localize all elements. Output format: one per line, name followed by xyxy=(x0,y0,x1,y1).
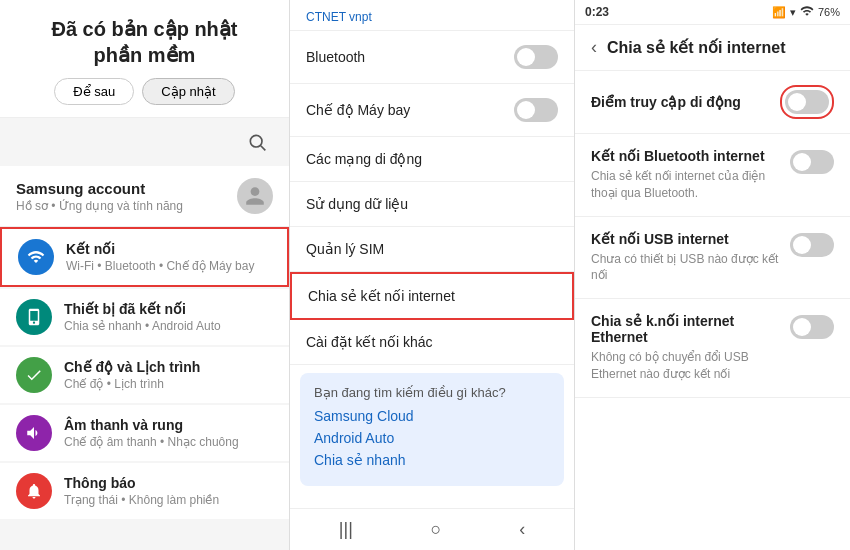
right-item-ethernet-internet[interactable]: Chia sẻ k.nối internet Ethernet Không có… xyxy=(575,299,850,398)
menu-item-thiet-bi-text: Thiết bị đã kết nối Chia sẻ nhanh • Andr… xyxy=(64,301,221,333)
update-buttons: Để sau Cập nhật xyxy=(20,78,269,105)
hotspot-access-point-toggle[interactable] xyxy=(785,90,829,114)
ethernet-internet-title: Chia sẻ k.nối internet Ethernet xyxy=(591,313,790,345)
usb-internet-title: Kết nối USB internet xyxy=(591,231,790,247)
menu-item-ket-noi-label: Kết nối xyxy=(66,241,254,257)
hotspot-label: Chia sẻ kết nối internet xyxy=(308,288,455,304)
nav-home[interactable]: ○ xyxy=(431,519,442,540)
right-item-usb-internet[interactable]: Kết nối USB internet Chưa có thiết bị US… xyxy=(575,217,850,300)
status-time: 0:23 xyxy=(585,5,609,19)
menu-item-thong-bao[interactable]: Thông báo Trạng thái • Không làm phiền xyxy=(0,463,289,519)
middle-item-sim[interactable]: Quản lý SIM xyxy=(290,227,574,272)
update-button[interactable]: Cập nhật xyxy=(142,78,234,105)
menu-list: Kết nối Wi-Fi • Bluetooth • Chế độ Máy b… xyxy=(0,227,289,550)
menu-item-ket-noi-text: Kết nối Wi-Fi • Bluetooth • Chế độ Máy b… xyxy=(66,241,254,273)
search-icon[interactable] xyxy=(241,126,273,158)
usb-internet-toggle[interactable] xyxy=(790,233,834,257)
menu-item-ket-noi[interactable]: Kết nối Wi-Fi • Bluetooth • Chế độ Máy b… xyxy=(0,227,289,287)
status-icons: 📶 xyxy=(772,6,786,19)
svg-point-0 xyxy=(250,135,262,147)
menu-item-am-thanh-text: Âm thanh và rung Chế độ âm thanh • Nhạc … xyxy=(64,417,239,449)
search-suggestion-title: Bạn đang tìm kiếm điều gì khác? xyxy=(314,385,550,400)
right-header-title: Chia sẻ kết nối internet xyxy=(607,38,785,57)
bluetooth-label: Bluetooth xyxy=(306,49,365,65)
bluetooth-toggle[interactable] xyxy=(514,45,558,69)
middle-item-mobile-networks[interactable]: Các mạng di động xyxy=(290,137,574,182)
search-suggestion: Bạn đang tìm kiếm điều gì khác? Samsung … xyxy=(300,373,564,486)
menu-item-che-do-text: Chế độ và Lịch trình Chế độ • Lịch trình xyxy=(64,359,200,391)
bluetooth-internet-desc: Chia sẻ kết nối internet của điện thoại … xyxy=(591,168,790,202)
menu-item-thiet-bi[interactable]: Thiết bị đã kết nối Chia sẻ nhanh • Andr… xyxy=(0,289,289,345)
defer-button[interactable]: Để sau xyxy=(54,78,134,105)
ethernet-internet-toggle[interactable] xyxy=(790,315,834,339)
menu-item-am-thanh-label: Âm thanh và rung xyxy=(64,417,239,433)
samsung-account-title: Samsung account xyxy=(16,180,183,197)
sim-label: Quản lý SIM xyxy=(306,241,384,257)
bluetooth-internet-title: Kết nối Bluetooth internet xyxy=(591,148,790,164)
schedule-icon xyxy=(16,357,52,393)
notification-icon xyxy=(16,473,52,509)
menu-item-am-thanh-sublabel: Chế độ âm thanh • Nhạc chuông xyxy=(64,435,239,449)
svg-line-1 xyxy=(261,146,266,151)
suggestion-chia-se-nhanh[interactable]: Chia sẻ nhanh xyxy=(314,452,550,468)
menu-item-che-do-sublabel: Chế độ • Lịch trình xyxy=(64,377,200,391)
menu-item-che-do[interactable]: Chế độ và Lịch trình Chế độ • Lịch trình xyxy=(0,347,289,403)
middle-item-other[interactable]: Cài đặt kết nối khác xyxy=(290,320,574,365)
status-wifi xyxy=(800,4,814,20)
status-battery: 76% xyxy=(818,6,840,18)
middle-item-airplane[interactable]: Chế độ Máy bay xyxy=(290,84,574,137)
back-button[interactable]: ‹ xyxy=(591,37,597,58)
samsung-account-subtitle: Hồ sơ • Ứng dụng và tính năng xyxy=(16,199,183,213)
menu-item-am-thanh[interactable]: Âm thanh và rung Chế độ âm thanh • Nhạc … xyxy=(0,405,289,461)
search-row xyxy=(0,118,289,166)
nav-recent[interactable]: ‹ xyxy=(519,519,525,540)
avatar xyxy=(237,178,273,214)
other-label: Cài đặt kết nối khác xyxy=(306,334,433,350)
menu-item-thong-bao-text: Thông báo Trạng thái • Không làm phiền xyxy=(64,475,219,507)
nav-back[interactable]: ||| xyxy=(339,519,353,540)
ethernet-internet-desc: Không có bộ chuyển đổi USB Ethernet nào … xyxy=(591,349,790,383)
airplane-toggle[interactable] xyxy=(514,98,558,122)
samsung-account[interactable]: Samsung account Hồ sơ • Ứng dụng và tính… xyxy=(0,166,289,227)
suggestion-samsung-cloud[interactable]: Samsung Cloud xyxy=(314,408,550,424)
menu-item-thiet-bi-label: Thiết bị đã kết nối xyxy=(64,301,221,317)
suggestion-android-auto[interactable]: Android Auto xyxy=(314,430,550,446)
middle-list: Bluetooth Chế độ Máy bay Các mạng di độn… xyxy=(290,31,574,508)
device-icon xyxy=(16,299,52,335)
update-banner: Đã có bản cập nhật phần mềm Để sau Cập n… xyxy=(0,0,289,118)
menu-item-ket-noi-sublabel: Wi-Fi • Bluetooth • Chế độ Máy bay xyxy=(66,259,254,273)
sound-icon xyxy=(16,415,52,451)
menu-item-thiet-bi-sublabel: Chia sẻ nhanh • Android Auto xyxy=(64,319,221,333)
hotspot-row[interactable]: Điểm truy cập di động xyxy=(575,71,850,134)
status-signal: ▾ xyxy=(790,6,796,19)
middle-item-bluetooth[interactable]: Bluetooth xyxy=(290,31,574,84)
status-bar: 0:23 📶 ▾ 76% xyxy=(575,0,850,25)
airplane-label: Chế độ Máy bay xyxy=(306,102,410,118)
middle-header: CTNET vnpt xyxy=(290,0,574,31)
ctnet-label: CTNET vnpt xyxy=(306,10,372,24)
samsung-account-text: Samsung account Hồ sơ • Ứng dụng và tính… xyxy=(16,180,183,213)
menu-item-thong-bao-sublabel: Trạng thái • Không làm phiền xyxy=(64,493,219,507)
middle-panel: CTNET vnpt Bluetooth Chế độ Máy bay Các … xyxy=(290,0,575,550)
hotspot-toggle-wrap xyxy=(780,85,834,119)
right-header: ‹ Chia sẻ kết nối internet xyxy=(575,25,850,71)
right-panel: 0:23 📶 ▾ 76% ‹ Chia sẻ kết nối internet … xyxy=(575,0,850,550)
menu-item-che-do-label: Chế độ và Lịch trình xyxy=(64,359,200,375)
middle-item-hotspot[interactable]: Chia sẻ kết nối internet xyxy=(290,272,574,320)
wifi-icon xyxy=(18,239,54,275)
left-panel: Đã có bản cập nhật phần mềm Để sau Cập n… xyxy=(0,0,290,550)
right-item-bluetooth-internet[interactable]: Kết nối Bluetooth internet Chia sẻ kết n… xyxy=(575,134,850,217)
update-banner-title: Đã có bản cập nhật phần mềm xyxy=(20,16,269,68)
hotspot-access-point-label: Điểm truy cập di động xyxy=(591,94,741,110)
bluetooth-internet-toggle[interactable] xyxy=(790,150,834,174)
usb-internet-desc: Chưa có thiết bị USB nào được kết nối xyxy=(591,251,790,285)
data-usage-label: Sử dụng dữ liệu xyxy=(306,196,408,212)
mobile-networks-label: Các mạng di động xyxy=(306,151,422,167)
right-content: Điểm truy cập di động Kết nối Bluetooth … xyxy=(575,71,850,550)
menu-item-thong-bao-label: Thông báo xyxy=(64,475,219,491)
middle-item-data-usage[interactable]: Sử dụng dữ liệu xyxy=(290,182,574,227)
